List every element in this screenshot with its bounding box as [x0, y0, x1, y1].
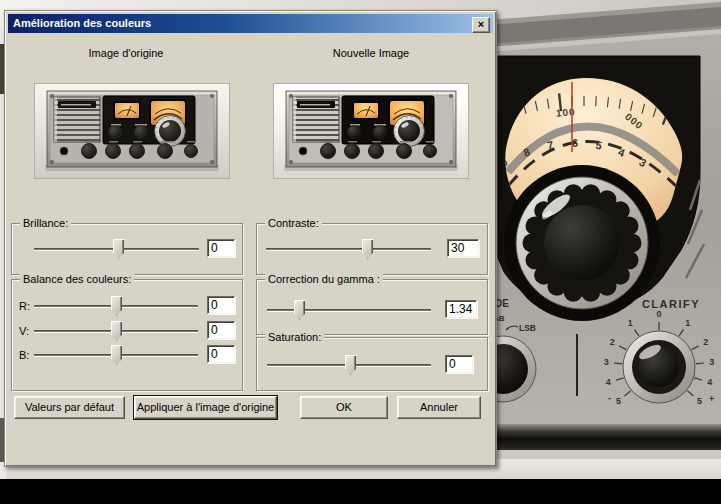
close-button[interactable]: ×: [472, 17, 490, 33]
saturation-slider-thumb[interactable]: [345, 355, 356, 375]
red-channel-label: R:: [19, 300, 30, 312]
green-value-input[interactable]: [207, 321, 235, 339]
color-enhancement-dialog: Amélioration des couleurs × Image d'orig…: [4, 10, 497, 467]
contrast-group: Contraste:: [256, 223, 488, 275]
gamma-slider[interactable]: [267, 309, 431, 312]
svg-text:5: 5: [697, 396, 702, 406]
defaults-button[interactable]: Valeurs par défaut: [14, 396, 125, 419]
original-image-label: Image d'origine: [36, 47, 216, 59]
svg-text:3: 3: [604, 357, 609, 367]
svg-text:5: 5: [616, 396, 621, 406]
saturation-value-input[interactable]: [445, 355, 473, 373]
gamma-value-input[interactable]: [445, 300, 477, 318]
svg-text:2: 2: [610, 337, 615, 347]
color-balance-group-label: Balance des couleurs:: [20, 273, 134, 285]
gamma-slider-thumb[interactable]: [294, 300, 305, 320]
apply-button[interactable]: Appliquer à l'image d'origine: [134, 396, 277, 419]
clarify-plus-label: +: [709, 394, 714, 404]
blue-slider-thumb[interactable]: [111, 345, 122, 365]
contrast-group-label: Contraste:: [265, 217, 322, 229]
clarify-label: CLARIFY: [642, 298, 700, 310]
blue-channel-label: B:: [19, 349, 29, 361]
blue-value-input[interactable]: [207, 345, 235, 363]
svg-text:6: 6: [572, 137, 578, 149]
saturation-group: Saturation:: [256, 337, 488, 391]
ok-button[interactable]: OK: [300, 396, 388, 419]
svg-text:3: 3: [709, 357, 714, 367]
svg-text:0: 0: [656, 309, 661, 319]
new-image-label: Nouvelle Image: [281, 47, 461, 59]
gamma-group: Correction du gamma :: [256, 279, 488, 335]
contrast-value-input[interactable]: [447, 239, 479, 257]
screen: 9876543 100 000 DE AB LSB CLARIFY: [0, 0, 721, 504]
clarify-minus-label: -: [608, 393, 611, 403]
new-image-preview: [273, 83, 469, 179]
brightness-value-input[interactable]: [207, 239, 235, 257]
green-slider-thumb[interactable]: [111, 321, 122, 341]
gamma-group-label: Correction du gamma :: [265, 273, 383, 285]
svg-text:1: 1: [685, 318, 690, 328]
red-slider-thumb[interactable]: [111, 296, 122, 316]
mode-label-fragment: DE: [495, 298, 509, 309]
svg-text:4: 4: [606, 377, 611, 387]
svg-text:2: 2: [703, 337, 708, 347]
panel-divider-line: [576, 334, 578, 396]
saturation-group-label: Saturation:: [265, 331, 324, 343]
brightness-slider-thumb[interactable]: [113, 239, 124, 259]
tuning-knob: [504, 165, 660, 321]
original-image-preview: [34, 83, 230, 179]
contrast-slider[interactable]: [266, 248, 431, 251]
svg-text:4: 4: [707, 377, 712, 387]
brightness-group: Brillance:: [11, 223, 243, 275]
green-channel-label: V:: [19, 325, 29, 337]
title-bar[interactable]: Amélioration des couleurs ×: [8, 14, 493, 33]
dial-label-100: 100: [555, 106, 576, 119]
color-balance-group: Balance des couleurs: R: V: B:: [11, 279, 243, 391]
red-value-input[interactable]: [207, 296, 235, 314]
window-title: Amélioration des couleurs: [13, 17, 151, 29]
svg-text:1: 1: [628, 318, 633, 328]
brightness-group-label: Brillance:: [20, 217, 71, 229]
lsb-label: LSB: [519, 323, 536, 333]
cancel-button[interactable]: Annuler: [397, 396, 481, 419]
contrast-slider-thumb[interactable]: [362, 239, 373, 259]
close-icon: ×: [478, 18, 484, 30]
